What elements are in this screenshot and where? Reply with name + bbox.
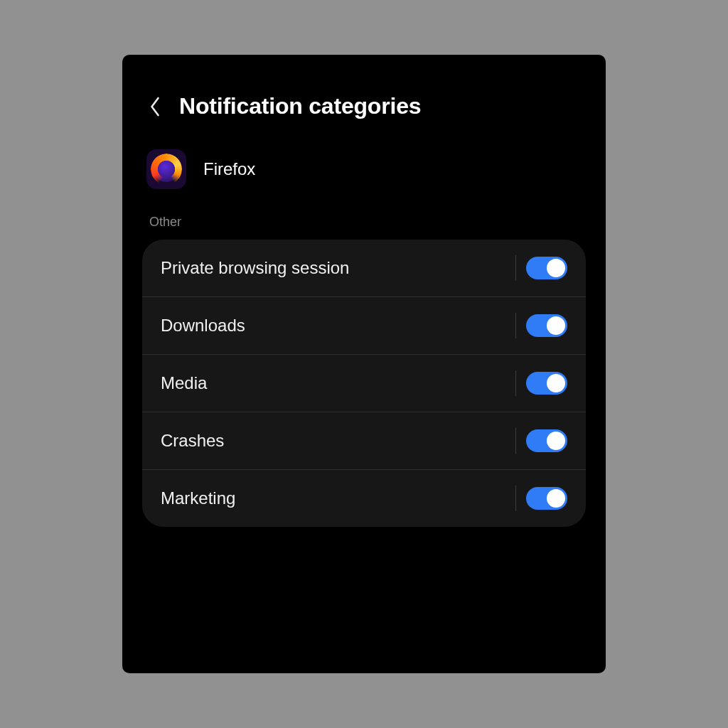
toggle-downloads[interactable]: [526, 314, 567, 337]
category-row-media[interactable]: Media: [142, 354, 586, 412]
firefox-app-icon: [146, 149, 186, 189]
category-label: Crashes: [161, 431, 224, 451]
section-label-other: Other: [142, 210, 586, 237]
settings-screen: Notification categories Firefox Other Pr…: [122, 55, 606, 673]
toggle-private-browsing[interactable]: [526, 257, 567, 279]
chevron-left-icon: [149, 96, 161, 117]
header: Notification categories: [142, 89, 586, 136]
category-label: Marketing: [161, 488, 235, 508]
category-label: Media: [161, 373, 207, 393]
toggle-crashes[interactable]: [526, 429, 567, 452]
toggle-media[interactable]: [526, 372, 567, 395]
toggle-marketing[interactable]: [526, 487, 567, 510]
category-label: Private browsing session: [161, 258, 349, 278]
category-row-marketing[interactable]: Marketing: [142, 469, 586, 527]
vertical-separator: [515, 486, 516, 511]
row-right: [515, 370, 567, 396]
row-right: [515, 428, 567, 454]
app-name: Firefox: [203, 159, 255, 179]
vertical-separator: [515, 428, 516, 454]
vertical-separator: [515, 313, 516, 338]
category-row-private-browsing[interactable]: Private browsing session: [142, 240, 586, 296]
vertical-separator: [515, 255, 516, 281]
row-right: [515, 255, 567, 281]
vertical-separator: [515, 370, 516, 396]
app-row[interactable]: Firefox: [142, 136, 586, 210]
page-title: Notification categories: [179, 93, 421, 119]
row-right: [515, 486, 567, 511]
row-right: [515, 313, 567, 338]
category-row-crashes[interactable]: Crashes: [142, 412, 586, 469]
categories-card: Private browsing session Downloads Media…: [142, 240, 586, 527]
firefox-icon: [151, 154, 182, 185]
category-row-downloads[interactable]: Downloads: [142, 296, 586, 354]
category-label: Downloads: [161, 316, 245, 336]
back-button[interactable]: [144, 95, 166, 118]
